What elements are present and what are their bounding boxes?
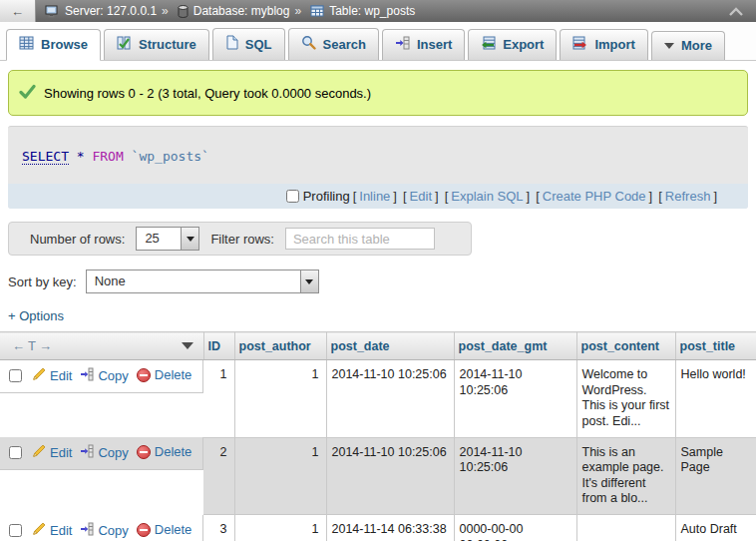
sql-table-identifier: `wp_posts` — [124, 149, 209, 164]
tab-label: Browse — [41, 37, 88, 52]
dropdown-arrow-icon — [305, 279, 313, 284]
delete-row-link[interactable]: Delete — [137, 444, 192, 460]
column-header-post-author[interactable]: post_author — [234, 332, 326, 360]
with-selected-arrow-icon[interactable] — [182, 342, 193, 349]
delete-row-link[interactable]: Delete — [137, 367, 192, 383]
sort-row: Sort by key: None — [8, 270, 756, 293]
chevron-down-icon — [664, 43, 674, 49]
table-row: Edit Copy Delete 1 1 2014-11-10 10:25:06… — [0, 360, 756, 438]
copy-icon — [80, 522, 94, 540]
column-header-id[interactable]: ID — [203, 332, 234, 360]
copy-row-link[interactable]: Copy — [80, 367, 128, 385]
tab-more[interactable]: More — [651, 31, 725, 60]
tab-structure[interactable]: Structure — [104, 29, 209, 60]
status-message: Showing rows 0 - 2 (3 total, Query took … — [8, 70, 748, 116]
edit-row-link[interactable]: Edit — [32, 522, 72, 540]
query-options-bar: Profiling [ Inline ] [ Edit ] [ Explain … — [8, 184, 748, 209]
bracket: [ — [536, 189, 540, 204]
table-row: Edit Copy Delete 2 1 2014-11-10 10:25:06… — [0, 437, 756, 515]
row-actions: Edit Copy Delete — [0, 437, 203, 470]
tab-label: Structure — [139, 37, 196, 52]
create-php-code-link[interactable]: Create PHP Code — [543, 189, 646, 204]
copy-row-link[interactable]: Copy — [80, 522, 128, 540]
column-header-post-date-gmt[interactable]: post_date_gmt — [454, 332, 576, 360]
actions-header: ←T→ — [0, 332, 203, 360]
pencil-icon — [32, 444, 46, 462]
tab-browse[interactable]: Browse — [6, 29, 101, 61]
phpmyadmin-window: ← Server: 127.0.0.1 » Database: myblog »… — [0, 0, 756, 541]
refresh-link[interactable]: Refresh — [665, 189, 711, 204]
filter-input[interactable] — [285, 228, 435, 250]
tab-sql[interactable]: SQL — [212, 28, 285, 60]
sql-star: * — [69, 149, 92, 164]
tab-import[interactable]: Import — [560, 29, 647, 60]
dropdown-button[interactable] — [181, 228, 198, 250]
collapse-navbar-icon[interactable] — [728, 7, 744, 16]
cell-post-content: This is an example page. It's different … — [576, 437, 675, 515]
explain-sql-link[interactable]: Explain SQL — [451, 189, 523, 204]
copy-row-link[interactable]: Copy — [80, 444, 128, 462]
cell-post-content — [576, 515, 675, 541]
sql-from: FROM — [92, 149, 123, 164]
sort-key-select[interactable]: None — [86, 270, 319, 293]
row-checkbox[interactable] — [9, 524, 22, 537]
cell-post-author: 1 — [234, 515, 326, 541]
pencil-icon — [32, 522, 46, 540]
sql-query-text: SELECT * FROM `wp_posts` — [8, 127, 748, 184]
tab-export[interactable]: Export — [468, 29, 557, 60]
tab-label: SQL — [245, 37, 272, 52]
structure-icon — [117, 36, 132, 53]
tab-label: More — [681, 38, 712, 53]
rows-label: Number of rows: — [30, 232, 125, 247]
breadcrumb-separator: » — [162, 4, 169, 18]
status-message-text: Showing rows 0 - 2 (3 total, Query took … — [44, 86, 371, 101]
breadcrumb-server[interactable]: Server: 127.0.0.1 — [65, 4, 157, 18]
dropdown-button[interactable] — [300, 270, 318, 292]
column-header-post-date[interactable]: post_date — [326, 332, 454, 360]
cell-post-author: 1 — [234, 360, 326, 438]
profiling-checkbox[interactable] — [286, 190, 299, 203]
success-check-icon — [19, 84, 36, 102]
delete-row-link[interactable]: Delete — [137, 522, 192, 538]
delete-icon — [137, 523, 151, 537]
sql-query-box: SELECT * FROM `wp_posts` Profiling [ Inl… — [8, 126, 748, 209]
row-checkbox[interactable] — [9, 446, 22, 459]
row-checkbox[interactable] — [9, 369, 22, 382]
back-button[interactable]: ← — [0, 0, 36, 22]
pencil-icon — [32, 367, 46, 385]
row-actions: Edit Copy Delete — [0, 515, 203, 541]
rows-count-select[interactable]: 25 — [136, 227, 199, 251]
bracket: [ — [445, 189, 449, 204]
cell-post-date: 2014-11-10 10:25:06 — [326, 360, 454, 438]
tab-search[interactable]: Search — [288, 28, 379, 60]
filter-label: Filter rows: — [210, 232, 274, 247]
cell-post-author: 1 — [234, 437, 326, 515]
cell-post-date-gmt: 2014-11-10 10:25:06 — [454, 437, 576, 515]
dropdown-arrow-icon — [187, 237, 194, 242]
edit-row-link[interactable]: Edit — [32, 444, 72, 462]
breadcrumb-table[interactable]: Table: wp_posts — [329, 4, 415, 18]
results-table: ←T→ ID post_author post_date post_date_g… — [0, 331, 756, 541]
sql-keyword[interactable]: SELECT — [22, 149, 69, 165]
cell-post-date: 2014-11-10 10:25:06 — [326, 437, 454, 515]
bracket: ] — [713, 189, 717, 204]
server-icon — [45, 5, 60, 18]
options-toggle-link[interactable]: + Options — [8, 308, 64, 323]
column-header-post-title[interactable]: post_title — [675, 332, 756, 360]
breadcrumb-database[interactable]: Database: myblog — [193, 4, 290, 18]
sort-key-value: None — [87, 270, 300, 292]
sort-label: Sort by key: — [8, 274, 77, 289]
tab-insert[interactable]: Insert — [382, 29, 465, 60]
row-actions: Edit Copy Delete — [0, 360, 203, 393]
breadcrumb: ← Server: 127.0.0.1 » Database: myblog »… — [0, 0, 756, 22]
cell-post-title: Sample Page — [675, 437, 756, 515]
cell-id: 1 — [203, 360, 234, 438]
column-header-post-content[interactable]: post_content — [576, 332, 675, 360]
inline-link[interactable]: Inline — [359, 189, 390, 204]
cell-post-content: Welcome to WordPress. This is your first… — [576, 360, 675, 438]
bracket: [ — [353, 189, 357, 204]
profiling-label: Profiling — [303, 189, 350, 204]
edit-query-link[interactable]: Edit — [410, 189, 432, 204]
cell-post-date-gmt: 2014-11-10 10:25:06 — [454, 360, 576, 438]
edit-row-link[interactable]: Edit — [32, 367, 72, 385]
